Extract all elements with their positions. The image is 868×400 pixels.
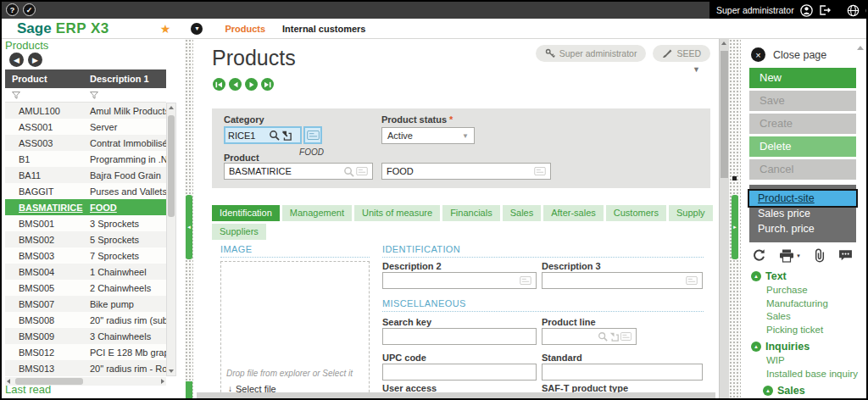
cancel-button[interactable]: Cancel (749, 159, 856, 180)
image-drop-zone[interactable]: Drop file from explorer or Select it ↓ S… (220, 261, 370, 398)
table-row[interactable]: BMS0013 Sprockets (5, 215, 166, 231)
table-row[interactable]: BMS0093 Chainwheels (5, 328, 166, 344)
user-role-badge[interactable]: Super administrator (536, 45, 647, 62)
splitter-bottom-handle[interactable] (186, 381, 192, 398)
close-page-button[interactable]: × Close page (751, 47, 826, 62)
panel-scroll-up-icon[interactable] (857, 46, 864, 50)
menu-item-purchase[interactable]: Purchase (751, 284, 863, 297)
delete-button[interactable]: Delete (749, 136, 856, 157)
lookup-icon[interactable] (343, 166, 354, 177)
menu-chevron-icon[interactable]: ▼ (191, 23, 203, 35)
table-row[interactable]: BMS0037 Sprockets (5, 247, 166, 264)
upc-code-input[interactable] (382, 364, 537, 381)
filter-product-icon[interactable] (5, 92, 86, 99)
main-horizontal-scrollbar[interactable] (197, 392, 715, 398)
table-row[interactable]: AMUL100Amul Milk Products (5, 103, 166, 119)
menu-section-text[interactable]: ▲Text (751, 270, 863, 282)
breadcrumb-products[interactable]: Products (225, 24, 265, 34)
tab-management[interactable]: Management (282, 205, 352, 221)
table-row[interactable]: BMS00820" radius rim (subco (5, 312, 166, 328)
tab-identification[interactable]: Identification (212, 205, 280, 221)
menu-section-sales[interactable]: ▲Sales (763, 385, 863, 397)
left-splitter[interactable]: ◄ (185, 39, 193, 398)
first-record-button[interactable] (213, 78, 225, 91)
table-row[interactable]: BMS007Bike pump (5, 296, 166, 312)
menu-item-installed-base-inquiry[interactable]: Installed base inquiry (751, 368, 863, 381)
product-line-value[interactable] (547, 331, 596, 342)
list-prev-button[interactable]: ◀ (9, 53, 24, 67)
scroll-down-icon[interactable] (169, 369, 174, 373)
detail-list-icon[interactable] (686, 276, 698, 285)
portal-home-icon[interactable] (865, 4, 868, 17)
product-line-input[interactable] (542, 328, 637, 345)
table-row[interactable]: BAGGITPurses and Vallets (5, 183, 166, 199)
detail-list-icon[interactable] (356, 167, 368, 175)
customize-icon[interactable]: ✓ (23, 3, 36, 16)
scroll-right-icon[interactable] (161, 379, 164, 384)
list-vertical-scrollbar[interactable] (166, 103, 176, 376)
tab-suppliers[interactable]: Suppliers (212, 224, 266, 240)
jump-to-icon[interactable] (281, 131, 292, 141)
table-row[interactable]: ASS003Contrat Immobilisé inc (5, 135, 166, 151)
category-input[interactable] (224, 126, 302, 144)
print-icon[interactable]: ▼ (779, 249, 801, 263)
help-icon[interactable]: ? (6, 3, 19, 16)
description2-value[interactable] (387, 275, 518, 286)
next-record-button[interactable] (245, 78, 258, 91)
description2-input[interactable] (382, 272, 537, 289)
table-row[interactable]: BASMATIRICEFOOD (5, 199, 166, 215)
table-row[interactable]: ASS001Server (5, 119, 166, 135)
table-row[interactable]: BMS0041 Chainwheel (5, 264, 166, 280)
table-row[interactable]: BMS0052 Chainwheels (5, 280, 166, 296)
product-status-select[interactable]: Active ▼ (381, 127, 475, 144)
column-header-product[interactable]: Product (5, 74, 86, 84)
detail-list-icon[interactable] (620, 332, 632, 341)
category-value[interactable] (228, 131, 267, 141)
detail-list-icon[interactable] (520, 276, 531, 285)
last-record-button[interactable] (261, 78, 274, 91)
scroll-up-icon[interactable] (721, 42, 726, 45)
table-row[interactable]: BMS0025 Sprockets (5, 231, 166, 247)
menu-item-manufacturing[interactable]: Manufacturing (751, 297, 863, 311)
column-header-description[interactable]: Description 1 (86, 74, 166, 84)
lookup-icon[interactable] (598, 331, 608, 342)
last-read-link[interactable]: Last read (5, 383, 51, 396)
product-description-value[interactable] (387, 166, 532, 176)
detail-list-icon[interactable] (303, 126, 322, 144)
menu-item-sales[interactable]: Sales (751, 310, 863, 324)
table-row[interactable]: BMS012PCI E 128 Mb graphic (5, 344, 166, 360)
tab-financials[interactable]: Financials (442, 205, 500, 221)
comment-icon[interactable] (838, 249, 853, 262)
scrollbar-thumb[interactable] (721, 51, 728, 178)
endpoint-badge[interactable]: SEED (653, 45, 710, 62)
main-vertical-scrollbar[interactable] (719, 39, 729, 398)
product-code-input[interactable] (224, 163, 373, 180)
tab-after-sales[interactable]: After-sales (543, 205, 604, 221)
search-key-value[interactable] (387, 331, 531, 342)
quick-link-product-site[interactable]: Product-site (749, 191, 856, 206)
upc-code-value[interactable] (387, 367, 531, 377)
product-code-value[interactable] (229, 166, 342, 176)
tab-sales[interactable]: Sales (503, 205, 542, 221)
attachment-icon[interactable] (814, 248, 826, 263)
standard-input[interactable] (542, 364, 703, 381)
new-button[interactable]: New (749, 68, 856, 88)
logout-icon[interactable] (819, 4, 831, 16)
table-row[interactable]: B1Programming in .NET (5, 151, 166, 167)
detail-list-icon[interactable] (534, 167, 546, 175)
description3-value[interactable] (547, 275, 684, 286)
lookup-icon[interactable] (269, 130, 280, 141)
save-button[interactable]: Save (749, 91, 856, 111)
quick-link-sales-price[interactable]: Sales price (749, 206, 856, 221)
create-button[interactable]: Create (749, 114, 856, 134)
splitter-handle[interactable]: ◄ (186, 195, 192, 259)
tab-units-of-measure[interactable]: Units of measure (354, 205, 440, 221)
jump-to-icon[interactable] (609, 332, 619, 342)
tab-customers[interactable]: Customers (606, 205, 666, 221)
right-splitter[interactable]: ► (729, 39, 741, 398)
scroll-up-icon[interactable] (169, 106, 174, 109)
table-row[interactable]: BMS01320" radius rim - Road (5, 360, 166, 376)
breadcrumb-internal-customers[interactable]: Internal customers (282, 24, 365, 34)
list-next-button[interactable]: ▶ (28, 53, 42, 67)
refresh-icon[interactable] (752, 248, 766, 263)
